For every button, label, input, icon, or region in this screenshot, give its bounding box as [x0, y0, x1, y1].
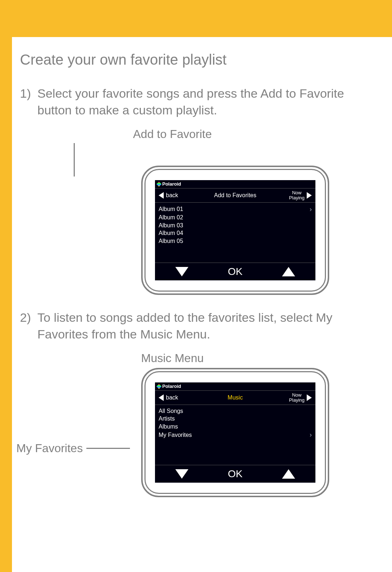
screen-title-music: Music — [204, 394, 267, 401]
list-item[interactable]: Album 05 — [159, 237, 312, 245]
list-item-label: Albums — [159, 423, 178, 430]
list-item-label: Album 03 — [159, 222, 183, 228]
device-screen-add-favorites: Polaroid back Add to Favorites Now Playi… — [155, 180, 315, 280]
step-1-text: Select your favorite songs and press the… — [37, 85, 374, 119]
page: Create your own favorite playlist 1) Sel… — [0, 0, 392, 572]
screen-title-add-favorites: Add to Favorites — [204, 192, 267, 199]
screen-bottom-nav: OK — [155, 263, 315, 280]
list-item[interactable]: Album 01 › — [159, 205, 312, 214]
list-item-label: My Favorites — [159, 431, 192, 439]
figure-2-section: Music Menu My Favorites Polaroid — [20, 352, 374, 504]
album-list: Album 01 › Album 02 Album 03 Album 04 Al… — [155, 203, 315, 245]
list-item-label: All Songs — [159, 408, 183, 414]
back-button[interactable]: back — [159, 192, 204, 199]
nav-down-button[interactable] — [175, 469, 188, 479]
nav-up-button[interactable] — [282, 267, 295, 276]
callout-add-to-favorite: Add to Favorite — [118, 127, 227, 141]
screen-bottom-nav: OK — [155, 465, 315, 483]
now-playing-button[interactable]: Now Playing — [267, 190, 312, 200]
list-item[interactable]: Artists — [159, 415, 312, 423]
screen-brand-row: Polaroid — [155, 382, 315, 391]
list-item[interactable]: All Songs — [159, 407, 312, 415]
polaroid-logo-icon — [156, 182, 162, 187]
brand-label: Polaroid — [162, 384, 181, 389]
callout-my-favorites: My Favorites — [16, 442, 130, 455]
polaroid-logo-icon — [156, 384, 162, 389]
chevron-right-icon: › — [310, 430, 312, 439]
header-color-bar — [0, 0, 392, 37]
screen-nav-row: back Add to Favorites Now Playing — [155, 188, 315, 203]
device-inner-bezel: Polaroid back Music Now Playing — [144, 371, 326, 494]
now-playing-arrow-right-icon — [307, 192, 312, 199]
list-item[interactable]: Albums — [159, 423, 312, 431]
list-item-label: Album 02 — [159, 214, 183, 220]
step-1-number: 1) — [20, 85, 37, 119]
now-playing-label: Now Playing — [289, 393, 305, 402]
page-title: Create your own favorite playlist — [20, 52, 374, 68]
device-frame-1: Polaroid back Add to Favorites Now Playi… — [133, 166, 338, 295]
list-item-my-favorites[interactable]: My Favorites › — [159, 430, 312, 439]
chevron-right-icon: › — [310, 205, 312, 214]
device-outer-bezel: Polaroid back Music Now Playing — [141, 368, 329, 497]
step-2-text: To listen to songs added to the favorite… — [37, 309, 374, 343]
back-button[interactable]: back — [159, 394, 204, 401]
step-1: 1) Select your favorite songs and press … — [20, 85, 374, 119]
nav-down-button[interactable] — [175, 267, 188, 276]
list-item[interactable]: Album 04 — [159, 229, 312, 237]
now-playing-label: Now Playing — [289, 190, 305, 200]
back-arrow-left-icon — [159, 192, 164, 199]
figure-1-section: Add to Favorite Polaroid — [20, 127, 374, 295]
list-item-label: Album 05 — [159, 238, 183, 244]
step-2-number: 2) — [20, 309, 37, 343]
music-menu-list: All Songs Artists Albums My Favorites › — [155, 405, 315, 439]
callout-my-favorites-label: My Favorites — [16, 442, 83, 455]
list-item[interactable]: Album 02 — [159, 214, 312, 222]
side-color-bar — [0, 37, 12, 572]
now-playing-arrow-right-icon — [307, 394, 312, 401]
device-outer-bezel: Polaroid back Add to Favorites Now Playi… — [141, 166, 329, 295]
device-inner-bezel: Polaroid back Add to Favorites Now Playi… — [144, 169, 326, 292]
ok-button[interactable]: OK — [228, 266, 242, 277]
step-2: 2) To listen to songs added to the favor… — [20, 309, 374, 343]
pointer-line-to-my-favorites — [86, 448, 130, 449]
callout-music-menu: Music Menu — [118, 352, 227, 365]
back-arrow-left-icon — [159, 394, 164, 401]
nav-up-button[interactable] — [282, 469, 295, 479]
document-content: Create your own favorite playlist 1) Sel… — [12, 37, 392, 504]
device-frame-2: Polaroid back Music Now Playing — [133, 368, 338, 497]
list-item-label: Artists — [159, 415, 175, 422]
ok-button[interactable]: OK — [228, 468, 242, 480]
back-label: back — [166, 192, 178, 199]
list-item-label: Album 01 — [159, 205, 183, 213]
screen-nav-row: back Music Now Playing — [155, 391, 315, 405]
back-label: back — [166, 394, 178, 401]
list-item-label: Album 04 — [159, 230, 183, 236]
brand-label: Polaroid — [162, 181, 181, 187]
device-screen-music-menu: Polaroid back Music Now Playing — [155, 382, 315, 483]
pointer-line-to-add-favorite — [74, 143, 75, 177]
screen-brand-row: Polaroid — [155, 180, 315, 188]
list-item[interactable]: Album 03 — [159, 222, 312, 230]
now-playing-button[interactable]: Now Playing — [267, 393, 312, 402]
